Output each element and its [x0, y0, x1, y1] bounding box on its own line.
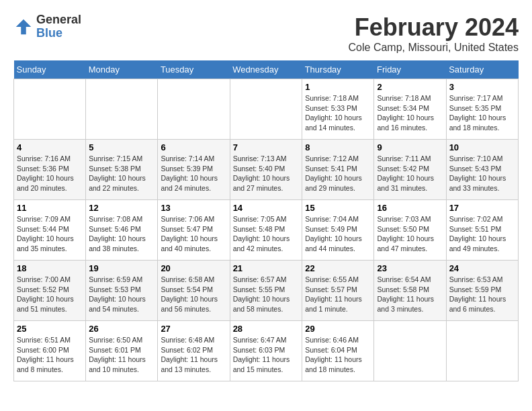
- day-info: Sunrise: 7:05 AMSunset: 5:48 PMDaylight:…: [233, 214, 300, 254]
- day-of-week-header: Saturday: [446, 60, 518, 79]
- calendar-cell: 8Sunrise: 7:12 AMSunset: 5:41 PMDaylight…: [302, 140, 374, 200]
- subtitle: Cole Camp, Missouri, United States: [349, 42, 519, 54]
- day-info: Sunrise: 6:57 AMSunset: 5:55 PMDaylight:…: [233, 275, 300, 314]
- calendar-cell: [86, 79, 158, 140]
- day-number: 10: [449, 142, 515, 152]
- day-of-week-header: Monday: [86, 60, 158, 79]
- day-info: Sunrise: 7:10 AMSunset: 5:43 PMDaylight:…: [449, 154, 515, 193]
- day-number: 16: [377, 203, 443, 213]
- day-number: 27: [161, 324, 226, 334]
- day-info: Sunrise: 7:15 AMSunset: 5:38 PMDaylight:…: [89, 154, 154, 193]
- calendar-cell: 23Sunrise: 6:54 AMSunset: 5:58 PMDayligh…: [374, 261, 446, 321]
- calendar-week-row: 11Sunrise: 7:09 AMSunset: 5:44 PMDayligh…: [14, 200, 519, 261]
- calendar-cell: 14Sunrise: 7:05 AMSunset: 5:48 PMDayligh…: [230, 200, 302, 261]
- day-info: Sunrise: 6:53 AMSunset: 5:59 PMDaylight:…: [449, 275, 515, 314]
- logo-line1: General: [36, 13, 81, 27]
- day-number: 1: [305, 82, 371, 92]
- calendar-cell: 26Sunrise: 6:50 AMSunset: 6:01 PMDayligh…: [86, 321, 158, 381]
- calendar-cell: 3Sunrise: 7:17 AMSunset: 5:35 PMDaylight…: [446, 79, 518, 140]
- calendar-cell: 25Sunrise: 6:51 AMSunset: 6:00 PMDayligh…: [14, 321, 86, 381]
- svg-marker-0: [16, 19, 32, 35]
- calendar-table: SundayMondayTuesdayWednesdayThursdayFrid…: [13, 60, 519, 381]
- calendar-week-row: 25Sunrise: 6:51 AMSunset: 6:00 PMDayligh…: [14, 321, 519, 381]
- day-info: Sunrise: 7:12 AMSunset: 5:41 PMDaylight:…: [305, 154, 371, 193]
- calendar-cell: 20Sunrise: 6:58 AMSunset: 5:54 PMDayligh…: [158, 261, 230, 321]
- day-info: Sunrise: 7:16 AMSunset: 5:36 PMDaylight:…: [17, 154, 83, 193]
- main-title: February 2024: [349, 13, 519, 42]
- day-of-week-header: Wednesday: [230, 60, 302, 79]
- day-number: 18: [17, 263, 83, 273]
- logo-line2: Blue: [36, 27, 81, 40]
- calendar-cell: 29Sunrise: 6:46 AMSunset: 6:04 PMDayligh…: [302, 321, 374, 381]
- calendar-cell: [446, 321, 518, 381]
- day-info: Sunrise: 6:50 AMSunset: 6:01 PMDaylight:…: [89, 335, 154, 375]
- day-number: 26: [89, 324, 154, 334]
- day-of-week-header: Tuesday: [158, 60, 230, 79]
- day-number: 8: [305, 142, 371, 152]
- day-info: Sunrise: 6:51 AMSunset: 6:00 PMDaylight:…: [17, 335, 83, 375]
- calendar-cell: 21Sunrise: 6:57 AMSunset: 5:55 PMDayligh…: [230, 261, 302, 321]
- day-number: 13: [161, 203, 226, 213]
- day-number: 7: [233, 142, 300, 152]
- day-number: 21: [233, 263, 300, 273]
- calendar-cell: [230, 79, 302, 140]
- calendar-cell: 2Sunrise: 7:18 AMSunset: 5:34 PMDaylight…: [374, 79, 446, 140]
- day-info: Sunrise: 7:17 AMSunset: 5:35 PMDaylight:…: [449, 93, 515, 133]
- day-number: 17: [449, 203, 515, 213]
- day-info: Sunrise: 6:59 AMSunset: 5:53 PMDaylight:…: [89, 275, 154, 314]
- day-number: 12: [89, 203, 154, 213]
- calendar-week-row: 1Sunrise: 7:18 AMSunset: 5:33 PMDaylight…: [14, 79, 519, 140]
- calendar-cell: 27Sunrise: 6:48 AMSunset: 6:02 PMDayligh…: [158, 321, 230, 381]
- day-info: Sunrise: 7:02 AMSunset: 5:51 PMDaylight:…: [449, 214, 515, 254]
- day-of-week-header: Thursday: [302, 60, 374, 79]
- day-info: Sunrise: 7:00 AMSunset: 5:52 PMDaylight:…: [17, 275, 83, 314]
- calendar-body: 1Sunrise: 7:18 AMSunset: 5:33 PMDaylight…: [14, 79, 519, 381]
- calendar-cell: 6Sunrise: 7:14 AMSunset: 5:39 PMDaylight…: [158, 140, 230, 200]
- calendar-cell: 22Sunrise: 6:55 AMSunset: 5:57 PMDayligh…: [302, 261, 374, 321]
- logo-icon: [13, 17, 34, 37]
- calendar-header: SundayMondayTuesdayWednesdayThursdayFrid…: [14, 60, 519, 79]
- day-number: 20: [161, 263, 226, 273]
- calendar-cell: 15Sunrise: 7:04 AMSunset: 5:49 PMDayligh…: [302, 200, 374, 261]
- day-of-week-header: Sunday: [14, 60, 86, 79]
- calendar-cell: 16Sunrise: 7:03 AMSunset: 5:50 PMDayligh…: [374, 200, 446, 261]
- day-number: 15: [305, 203, 371, 213]
- day-info: Sunrise: 6:47 AMSunset: 6:03 PMDaylight:…: [233, 335, 300, 375]
- day-number: 4: [17, 142, 83, 152]
- day-number: 23: [377, 263, 443, 273]
- calendar-week-row: 4Sunrise: 7:16 AMSunset: 5:36 PMDaylight…: [14, 140, 519, 200]
- calendar-cell: 17Sunrise: 7:02 AMSunset: 5:51 PMDayligh…: [446, 200, 518, 261]
- calendar-cell: [158, 79, 230, 140]
- day-number: 6: [161, 142, 226, 152]
- calendar-cell: [374, 321, 446, 381]
- day-info: Sunrise: 7:18 AMSunset: 5:34 PMDaylight:…: [377, 93, 443, 133]
- day-info: Sunrise: 6:54 AMSunset: 5:58 PMDaylight:…: [377, 275, 443, 314]
- title-block: February 2024 Cole Camp, Missouri, Unite…: [349, 13, 519, 54]
- day-info: Sunrise: 7:08 AMSunset: 5:46 PMDaylight:…: [89, 214, 154, 254]
- day-info: Sunrise: 7:14 AMSunset: 5:39 PMDaylight:…: [161, 154, 226, 193]
- day-info: Sunrise: 6:46 AMSunset: 6:04 PMDaylight:…: [305, 335, 371, 375]
- header-row: SundayMondayTuesdayWednesdayThursdayFrid…: [14, 60, 519, 79]
- calendar-cell: 10Sunrise: 7:10 AMSunset: 5:43 PMDayligh…: [446, 140, 518, 200]
- day-info: Sunrise: 7:06 AMSunset: 5:47 PMDaylight:…: [161, 214, 226, 254]
- day-info: Sunrise: 7:13 AMSunset: 5:40 PMDaylight:…: [233, 154, 300, 193]
- calendar-cell: 19Sunrise: 6:59 AMSunset: 5:53 PMDayligh…: [86, 261, 158, 321]
- calendar-cell: 24Sunrise: 6:53 AMSunset: 5:59 PMDayligh…: [446, 261, 518, 321]
- day-info: Sunrise: 7:03 AMSunset: 5:50 PMDaylight:…: [377, 214, 443, 254]
- day-number: 25: [17, 324, 83, 334]
- calendar-cell: 13Sunrise: 7:06 AMSunset: 5:47 PMDayligh…: [158, 200, 230, 261]
- day-info: Sunrise: 7:09 AMSunset: 5:44 PMDaylight:…: [17, 214, 83, 254]
- calendar-cell: 28Sunrise: 6:47 AMSunset: 6:03 PMDayligh…: [230, 321, 302, 381]
- day-info: Sunrise: 7:11 AMSunset: 5:42 PMDaylight:…: [377, 154, 443, 193]
- day-of-week-header: Friday: [374, 60, 446, 79]
- day-info: Sunrise: 7:18 AMSunset: 5:33 PMDaylight:…: [305, 93, 371, 133]
- day-number: 2: [377, 82, 443, 92]
- calendar-cell: 1Sunrise: 7:18 AMSunset: 5:33 PMDaylight…: [302, 79, 374, 140]
- day-number: 14: [233, 203, 300, 213]
- day-number: 9: [377, 142, 443, 152]
- calendar-cell: 4Sunrise: 7:16 AMSunset: 5:36 PMDaylight…: [14, 140, 86, 200]
- day-info: Sunrise: 6:48 AMSunset: 6:02 PMDaylight:…: [161, 335, 226, 375]
- calendar-cell: 9Sunrise: 7:11 AMSunset: 5:42 PMDaylight…: [374, 140, 446, 200]
- page-header: General Blue February 2024 Cole Camp, Mi…: [13, 13, 519, 54]
- day-number: 24: [449, 263, 515, 273]
